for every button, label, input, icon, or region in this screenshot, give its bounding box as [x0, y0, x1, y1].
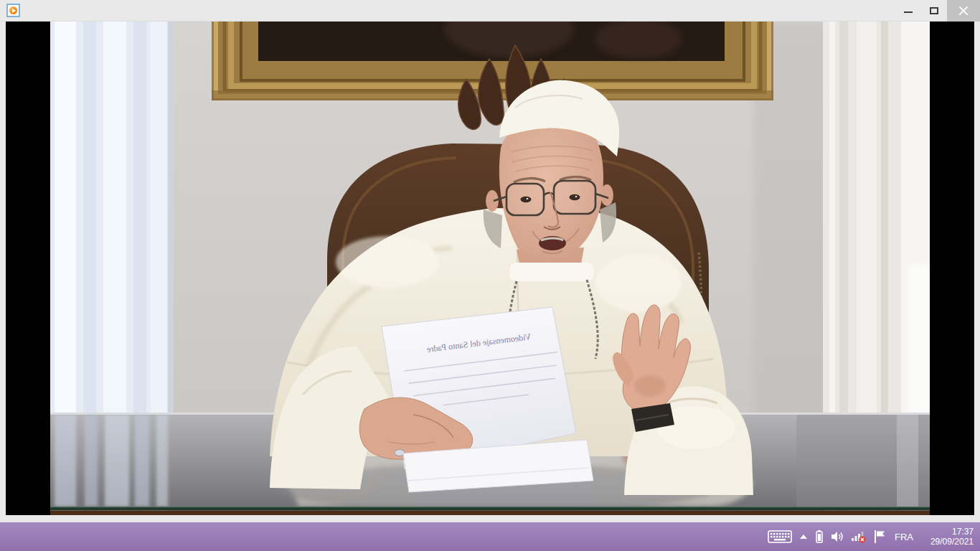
close-button[interactable]	[947, 0, 980, 22]
window-border-bottom	[0, 515, 980, 522]
maximize-icon	[930, 7, 938, 14]
window-border-right	[974, 22, 980, 515]
touch-keyboard-icon[interactable]	[768, 529, 792, 545]
system-tray: FRA 17:37 29/09/2021	[768, 522, 980, 551]
video-frame: Videomensaje del Santo Padre	[50, 22, 930, 515]
close-icon	[958, 6, 969, 16]
network-icon[interactable]	[851, 529, 867, 544]
video-surface[interactable]: Videomensaje del Santo Padre	[50, 22, 930, 515]
window-titlebar[interactable]	[0, 0, 980, 22]
maximize-button[interactable]	[921, 0, 947, 22]
video-letterbox: Videomensaje del Santo Padre	[6, 22, 974, 515]
glass-edge	[50, 507, 930, 515]
media-player-window-icon	[6, 4, 20, 17]
battery-icon[interactable]	[815, 529, 824, 544]
hidden-icons-chevron[interactable]	[798, 532, 809, 541]
action-center-flag-icon[interactable]	[873, 529, 886, 544]
volume-icon[interactable]	[830, 529, 844, 544]
tray-clock[interactable]: 17:37 29/09/2021	[922, 527, 974, 547]
taskbar: e	[0, 522, 980, 551]
minimize-icon	[904, 11, 913, 13]
minimize-button[interactable]	[895, 0, 921, 22]
language-indicator[interactable]: FRA	[892, 532, 915, 542]
tray-date: 29/09/2021	[922, 537, 974, 547]
tray-time: 17:37	[922, 527, 974, 537]
window-border-left	[0, 22, 6, 515]
